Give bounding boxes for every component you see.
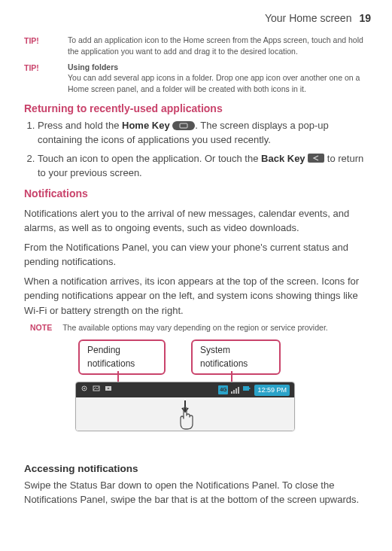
notifications-heading: Notifications: [24, 186, 371, 201]
text: Touch an icon to open the application. O…: [38, 153, 261, 164]
page-number: 19: [359, 11, 371, 26]
back-key-label: Back Key: [261, 153, 305, 164]
statusbar-mock: 4G 12:59 PM: [75, 382, 295, 431]
tip2-text: You can add several app icons in a folde…: [68, 73, 360, 93]
tip2-label: TIP!: [24, 62, 53, 95]
notif-p1: Notifications alert you to the arrival o…: [24, 206, 371, 236]
network-badge: 4G: [218, 385, 228, 394]
home-key-icon: [172, 121, 195, 130]
note-label: NOTE: [30, 322, 52, 333]
system-label-box: System notifications: [191, 339, 281, 375]
tip1-label: TIP!: [24, 35, 53, 56]
gps-icon: [81, 385, 88, 396]
tip1-text: To add an application icon to the Home s…: [68, 35, 371, 56]
text: Press and hold the: [38, 120, 122, 131]
svg-rect-0: [180, 123, 187, 128]
notif-p2: From the Notifications Panel, you can vi…: [24, 240, 371, 269]
signal-icon: [231, 387, 239, 394]
status-bar-diagram: Pending notifications System notificatio…: [24, 339, 371, 452]
accessing-text: Swipe the Status Bar down to open the No…: [24, 478, 371, 507]
accessing-heading: Accessing notifications: [24, 461, 371, 476]
play-icon: [105, 385, 112, 396]
note-text: The available options may vary depending…: [62, 322, 328, 333]
header-section: Your Home screen: [265, 11, 351, 26]
svg-point-2: [84, 388, 85, 389]
hand-icon: [176, 405, 197, 431]
gallery-icon: [93, 385, 100, 396]
svg-rect-5: [243, 386, 249, 391]
battery-icon: [242, 385, 251, 396]
returning-heading: Returning to recently-used applications: [24, 101, 371, 116]
home-key-label: Home Key: [122, 120, 170, 131]
back-key-icon: [308, 154, 324, 163]
notif-p3: When a notification arrives, its icon ap…: [24, 274, 371, 318]
swipe-gesture-icon: [170, 400, 200, 431]
pending-label-box: Pending notifications: [78, 339, 166, 375]
list-item: Press and hold the Home Key . The screen…: [38, 119, 371, 148]
clock-time: 12:59 PM: [254, 385, 290, 396]
svg-rect-6: [249, 388, 251, 389]
list-item: Touch an icon to open the application. O…: [38, 152, 371, 181]
tip2-bold: Using folders: [68, 62, 371, 73]
